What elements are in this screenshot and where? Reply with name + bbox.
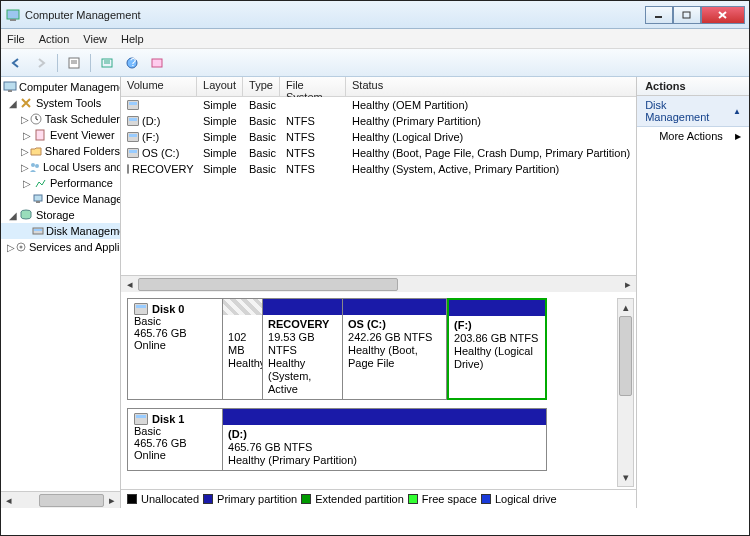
expand-icon[interactable]: ▷: [21, 130, 32, 141]
col-layout[interactable]: Layout: [197, 77, 243, 96]
drive-icon: [127, 148, 139, 158]
expand-icon[interactable]: ▷: [7, 242, 15, 253]
svg-rect-23: [34, 229, 42, 231]
legend-swatch-logical: [481, 494, 491, 504]
folder-share-icon: [30, 143, 43, 159]
navigation-tree: Computer Management ◢System Tools ▷Task …: [1, 77, 121, 508]
menu-action[interactable]: Action: [39, 33, 70, 45]
legend-swatch-free: [408, 494, 418, 504]
col-status[interactable]: Status: [346, 77, 636, 96]
svg-rect-0: [7, 10, 19, 19]
volume-row[interactable]: RECOVERYSimpleBasicNTFSHealthy (System, …: [121, 161, 636, 177]
menu-view[interactable]: View: [83, 33, 107, 45]
computer-icon: [3, 79, 17, 95]
drive-icon: [127, 100, 139, 110]
actions-pane: Actions Disk Management▲ More Actions▶: [637, 77, 749, 508]
perf-icon: [32, 175, 48, 191]
legend-swatch-unallocated: [127, 494, 137, 504]
partition-segment[interactable]: OS (C:)242.26 GB NTFSHealthy (Boot, Page…: [343, 298, 447, 400]
volume-row[interactable]: (F:)SimpleBasicNTFSHealthy (Logical Driv…: [121, 129, 636, 145]
clock-icon: [30, 111, 43, 127]
tree-performance[interactable]: ▷Performance: [1, 175, 120, 191]
partition-segment[interactable]: RECOVERY19.53 GB NTFSHealthy (System, Ac…: [263, 298, 343, 400]
volume-row[interactable]: (D:)SimpleBasicNTFSHealthy (Primary Part…: [121, 113, 636, 129]
users-icon: [29, 159, 41, 175]
title-bar: Computer Management: [1, 1, 749, 29]
svg-rect-12: [152, 59, 162, 67]
collapse-icon[interactable]: ◢: [7, 98, 18, 109]
properties-button[interactable]: [63, 52, 85, 74]
svg-rect-14: [8, 90, 12, 92]
refresh-button[interactable]: [96, 52, 118, 74]
svg-rect-3: [683, 12, 690, 18]
disk-icon: [134, 303, 148, 315]
tree-event-viewer[interactable]: ▷Event Viewer: [1, 127, 120, 143]
expand-icon[interactable]: ▷: [21, 178, 32, 189]
forward-button[interactable]: [30, 52, 52, 74]
tree-task-scheduler[interactable]: ▷Task Scheduler: [1, 111, 120, 127]
storage-icon: [18, 207, 34, 223]
tools-icon: [18, 95, 34, 111]
volume-row[interactable]: SimpleBasicHealthy (OEM Partition): [121, 97, 636, 113]
tree-device-manager[interactable]: Device Manager: [1, 191, 120, 207]
tree-local-users[interactable]: ▷Local Users and Groups: [1, 159, 120, 175]
disk-info[interactable]: Disk 0Basic465.76 GBOnline: [127, 298, 223, 400]
menu-help[interactable]: Help: [121, 33, 144, 45]
volume-hscrollbar[interactable]: ◂▸: [121, 275, 636, 292]
back-button[interactable]: [5, 52, 27, 74]
legend: Unallocated Primary partition Extended p…: [121, 489, 636, 508]
svg-point-25: [20, 246, 23, 249]
close-button[interactable]: [701, 6, 745, 24]
graphical-vscrollbar[interactable]: ▴▾: [617, 298, 634, 487]
expand-icon[interactable]: ▷: [21, 162, 29, 173]
expand-icon[interactable]: ▷: [21, 114, 30, 125]
col-type[interactable]: Type: [243, 77, 280, 96]
volume-row[interactable]: OS (C:)SimpleBasicNTFSHealthy (Boot, Pag…: [121, 145, 636, 161]
window-title: Computer Management: [25, 9, 141, 21]
tree-storage[interactable]: ◢Storage: [1, 207, 120, 223]
disk-icon: [134, 413, 148, 425]
volume-header: Volume Layout Type File System Status: [121, 77, 636, 97]
disk-row: Disk 1Basic465.76 GBOnline (D:)465.76 GB…: [127, 408, 609, 471]
tree-disk-management[interactable]: Disk Management: [1, 223, 120, 239]
svg-rect-19: [34, 195, 42, 201]
tree-hscrollbar[interactable]: ◂▸: [1, 491, 120, 508]
collapse-icon[interactable]: ◢: [7, 210, 18, 221]
collapse-icon: ▲: [733, 107, 741, 116]
minimize-button[interactable]: [645, 6, 673, 24]
partition-segment[interactable]: (F:)203.86 GB NTFSHealthy (Logical Drive…: [447, 298, 547, 400]
svg-rect-16: [36, 130, 44, 140]
drive-icon: [127, 116, 139, 126]
svg-point-18: [35, 164, 39, 168]
tree-system-tools[interactable]: ◢System Tools: [1, 95, 120, 111]
svg-rect-13: [4, 82, 16, 90]
actions-more[interactable]: More Actions▶: [637, 127, 749, 145]
event-icon: [32, 127, 48, 143]
tree-services[interactable]: ▷Services and Applications: [1, 239, 120, 255]
expand-icon[interactable]: ▷: [21, 146, 30, 157]
maximize-button[interactable]: [673, 6, 701, 24]
actions-section[interactable]: Disk Management▲: [637, 96, 749, 127]
menu-file[interactable]: File: [7, 33, 25, 45]
disk-icon: [32, 223, 44, 239]
drive-icon: [127, 164, 129, 174]
menu-bar: File Action View Help: [1, 29, 749, 49]
legend-swatch-extended: [301, 494, 311, 504]
legend-swatch-primary: [203, 494, 213, 504]
col-fs[interactable]: File System: [280, 77, 346, 96]
disk-graphical-view: Disk 0Basic465.76 GBOnline102 MBHealthyR…: [121, 292, 617, 489]
help-button[interactable]: ?: [121, 52, 143, 74]
app-icon: [5, 7, 21, 23]
volume-list: SimpleBasicHealthy (OEM Partition)(D:)Si…: [121, 97, 636, 275]
tree-root[interactable]: Computer Management: [1, 79, 120, 95]
services-icon: [15, 239, 27, 255]
drive-icon: [127, 132, 139, 142]
col-volume[interactable]: Volume: [121, 77, 197, 96]
disk-info[interactable]: Disk 1Basic465.76 GBOnline: [127, 408, 223, 471]
partition-segment[interactable]: (D:)465.76 GB NTFSHealthy (Primary Parti…: [223, 408, 547, 471]
tree-shared-folders[interactable]: ▷Shared Folders: [1, 143, 120, 159]
partition-segment[interactable]: 102 MBHealthy: [223, 298, 263, 400]
extra-button[interactable]: [146, 52, 168, 74]
svg-point-17: [31, 163, 35, 167]
svg-rect-1: [10, 19, 16, 21]
